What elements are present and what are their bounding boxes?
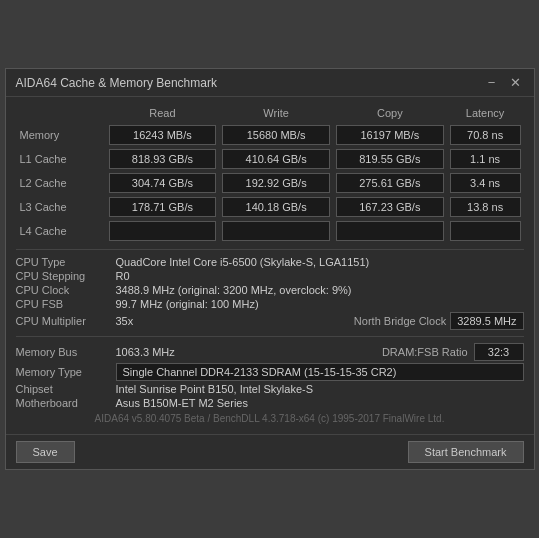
main-content: Read Write Copy Latency Memory16243 MB/s… (6, 97, 534, 434)
table-row: L1 Cache818.93 GB/s410.64 GB/s819.55 GB/… (16, 147, 524, 171)
row-write-cell: 192.92 GB/s (219, 171, 333, 195)
value-box-read (109, 221, 217, 241)
value-box-write: 140.18 GB/s (222, 197, 330, 217)
value-box-read: 304.74 GB/s (109, 173, 217, 193)
row-copy-cell: 167.23 GB/s (333, 195, 447, 219)
value-box-write: 15680 MB/s (222, 125, 330, 145)
row-copy-cell (333, 219, 447, 243)
row-label-cell: L1 Cache (16, 147, 106, 171)
memory-type-value: Single Channel DDR4-2133 SDRAM (15-15-15… (116, 363, 524, 381)
minimize-button[interactable]: − (484, 75, 500, 90)
chipset-value: Intel Sunrise Point B150, Intel Skylake-… (116, 383, 314, 395)
divider-2 (16, 336, 524, 337)
value-box-copy: 819.55 GB/s (336, 149, 444, 169)
value-box-latency (450, 221, 521, 241)
row-label-cell: L3 Cache (16, 195, 106, 219)
motherboard-row: Motherboard Asus B150M-ET M2 Series (16, 397, 524, 409)
row-copy-cell: 819.55 GB/s (333, 147, 447, 171)
save-button[interactable]: Save (16, 441, 75, 463)
col-header-read: Read (106, 105, 220, 123)
memory-type-row: Memory Type Single Channel DDR4-2133 SDR… (16, 363, 524, 381)
divider-1 (16, 249, 524, 250)
cpu-stepping-label: CPU Stepping (16, 270, 116, 282)
close-button[interactable]: ✕ (508, 75, 524, 90)
bottom-bar: Save Start Benchmark (6, 434, 534, 469)
table-row: L4 Cache (16, 219, 524, 243)
value-box-read: 178.71 GB/s (109, 197, 217, 217)
value-box-latency: 3.4 ns (450, 173, 521, 193)
start-benchmark-button[interactable]: Start Benchmark (408, 441, 524, 463)
cpu-fsb-value: 99.7 MHz (original: 100 MHz) (116, 298, 259, 310)
benchmark-table: Read Write Copy Latency Memory16243 MB/s… (16, 105, 524, 243)
value-box-write (222, 221, 330, 241)
cpu-type-label: CPU Type (16, 256, 116, 268)
col-header-latency: Latency (447, 105, 524, 123)
value-box-latency: 1.1 ns (450, 149, 521, 169)
main-window: AIDA64 Cache & Memory Benchmark − ✕ Read… (5, 68, 535, 470)
motherboard-value: Asus B150M-ET M2 Series (116, 397, 248, 409)
value-box-copy: 16197 MB/s (336, 125, 444, 145)
row-write-cell (219, 219, 333, 243)
footer-text: AIDA64 v5.80.4075 Beta / BenchDLL 4.3.71… (16, 413, 524, 424)
memory-bus-value: 1063.3 MHz (116, 346, 364, 358)
cpu-fsb-label: CPU FSB (16, 298, 116, 310)
value-box-latency: 70.8 ns (450, 125, 521, 145)
cpu-clock-row: CPU Clock 3488.9 MHz (original: 3200 MHz… (16, 284, 524, 296)
row-write-cell: 140.18 GB/s (219, 195, 333, 219)
cpu-stepping-row: CPU Stepping R0 (16, 270, 524, 282)
row-latency-cell: 3.4 ns (447, 171, 524, 195)
table-row: L2 Cache304.74 GB/s192.92 GB/s275.61 GB/… (16, 171, 524, 195)
cpu-stepping-value: R0 (116, 270, 130, 282)
cpu-type-value: QuadCore Intel Core i5-6500 (Skylake-S, … (116, 256, 370, 268)
row-read-cell: 818.93 GB/s (106, 147, 220, 171)
cpu-clock-label: CPU Clock (16, 284, 116, 296)
nb-clock-label: North Bridge Clock (340, 315, 450, 327)
cpu-multiplier-label: CPU Multiplier (16, 315, 116, 327)
cpu-multiplier-row: CPU Multiplier 35x North Bridge Clock 32… (16, 312, 524, 330)
row-read-cell: 16243 MB/s (106, 123, 220, 147)
cpu-info-section: CPU Type QuadCore Intel Core i5-6500 (Sk… (16, 256, 524, 330)
cpu-multiplier-value: 35x (116, 315, 341, 327)
value-box-read: 818.93 GB/s (109, 149, 217, 169)
nb-clock-value: 3289.5 MHz (450, 312, 523, 330)
title-bar: AIDA64 Cache & Memory Benchmark − ✕ (6, 69, 534, 97)
row-label-cell: Memory (16, 123, 106, 147)
col-header-write: Write (219, 105, 333, 123)
motherboard-label: Motherboard (16, 397, 116, 409)
row-latency-cell: 1.1 ns (447, 147, 524, 171)
value-box-write: 192.92 GB/s (222, 173, 330, 193)
row-label-cell: L4 Cache (16, 219, 106, 243)
window-controls: − ✕ (484, 75, 524, 90)
value-box-write: 410.64 GB/s (222, 149, 330, 169)
value-box-read: 16243 MB/s (109, 125, 217, 145)
cpu-clock-value: 3488.9 MHz (original: 3200 MHz, overcloc… (116, 284, 352, 296)
row-read-cell: 178.71 GB/s (106, 195, 220, 219)
row-copy-cell: 275.61 GB/s (333, 171, 447, 195)
value-box-copy: 167.23 GB/s (336, 197, 444, 217)
memory-type-label: Memory Type (16, 366, 116, 378)
table-row: Memory16243 MB/s15680 MB/s16197 MB/s70.8… (16, 123, 524, 147)
memory-info-section: Memory Bus 1063.3 MHz DRAM:FSB Ratio 32:… (16, 343, 524, 409)
value-box-copy (336, 221, 444, 241)
row-read-cell: 304.74 GB/s (106, 171, 220, 195)
row-latency-cell: 13.8 ns (447, 195, 524, 219)
row-label-cell: L2 Cache (16, 171, 106, 195)
row-write-cell: 15680 MB/s (219, 123, 333, 147)
row-latency-cell (447, 219, 524, 243)
col-header-label (16, 105, 106, 123)
dram-fsb-label: DRAM:FSB Ratio (364, 346, 474, 358)
cpu-fsb-row: CPU FSB 99.7 MHz (original: 100 MHz) (16, 298, 524, 310)
window-title: AIDA64 Cache & Memory Benchmark (16, 76, 217, 90)
memory-bus-row: Memory Bus 1063.3 MHz DRAM:FSB Ratio 32:… (16, 343, 524, 361)
col-header-copy: Copy (333, 105, 447, 123)
row-write-cell: 410.64 GB/s (219, 147, 333, 171)
value-box-copy: 275.61 GB/s (336, 173, 444, 193)
dram-fsb-value: 32:3 (474, 343, 524, 361)
row-read-cell (106, 219, 220, 243)
row-copy-cell: 16197 MB/s (333, 123, 447, 147)
table-row: L3 Cache178.71 GB/s140.18 GB/s167.23 GB/… (16, 195, 524, 219)
chipset-row: Chipset Intel Sunrise Point B150, Intel … (16, 383, 524, 395)
chipset-label: Chipset (16, 383, 116, 395)
cpu-type-row: CPU Type QuadCore Intel Core i5-6500 (Sk… (16, 256, 524, 268)
memory-bus-label: Memory Bus (16, 346, 116, 358)
